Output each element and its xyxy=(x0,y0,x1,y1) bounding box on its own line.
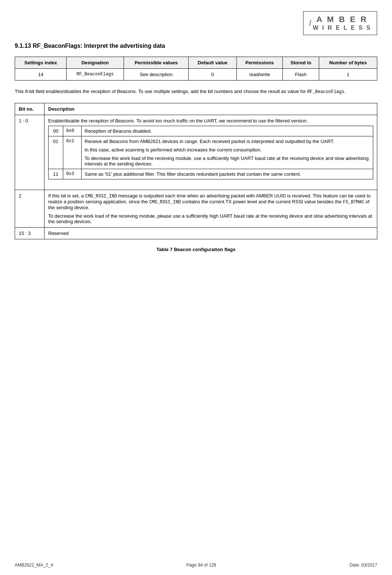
sub-desc-01-p2: In this case, active scanning is perform… xyxy=(85,147,370,153)
sub-desc-01-p1: Receive all Beacons from AMB2621 devices… xyxy=(85,139,370,144)
sub-val1-11: 11 xyxy=(49,169,63,179)
section-title: 9.1.13 RF_BeaconFlags: Interpret the adv… xyxy=(15,43,377,49)
table-row: 00 0x0 Reception of Beacons disabled. xyxy=(49,126,373,136)
bit-no-2: 2 xyxy=(15,190,44,227)
code-cmd-rssi-ind-2: CMD_RSSI_IND xyxy=(149,200,181,205)
table-row: 2 If this bit is set, a CMD_RSSI_IND mes… xyxy=(15,190,377,227)
col-header-default: Default value xyxy=(189,57,236,68)
col-header-stored: Stored in xyxy=(283,57,319,68)
footer-center: Page 94 of 128 xyxy=(186,562,216,568)
col-header-permissible: Permissible values xyxy=(124,57,189,68)
col-header-bytes: Number of bytes xyxy=(319,57,377,68)
sub-desc-01: Receive all Beacons from AMB2621 devices… xyxy=(82,136,373,169)
bit-desc-2-p1: If this bit is set, a CMD_RSSI_IND messa… xyxy=(48,193,373,210)
main-settings-table: Settings index Designation Permissible v… xyxy=(15,57,377,81)
table-caption: Table 7 Beacon configuration flags xyxy=(15,247,377,252)
bit-desc-text-1to0: Enable/disable the reception of Beacons.… xyxy=(48,118,373,124)
logo-area: / A M B E R W I R E L E S S xyxy=(15,7,377,43)
sub-val1-01: 01 xyxy=(49,136,63,169)
bit-desc-1to0: Enable/disable the reception of Beacons.… xyxy=(44,115,377,190)
logo: / A M B E R W I R E L E S S xyxy=(303,11,377,35)
table-row: 1 : 0 Enable/disable the reception of Be… xyxy=(15,115,377,190)
logo-wireless: W I R E L E S S xyxy=(313,24,371,31)
bit-no-1to0: 1 : 0 xyxy=(15,115,44,190)
sub-desc-00: Reception of Beacons disabled. xyxy=(82,126,373,136)
description-paragraph: This 8-bit field enables/disables the re… xyxy=(15,88,377,96)
desc-code1: RF_BeaconFlags xyxy=(307,89,344,94)
sub-table-1to0: 00 0x0 Reception of Beacons disabled. 01… xyxy=(48,126,373,179)
cell-bytes: 1 xyxy=(319,68,377,80)
bit-desc-2: If this bit is set, a CMD_RSSI_IND messa… xyxy=(44,190,377,227)
bit-col-header-desc: Description xyxy=(44,103,377,115)
code-cmd-rssi-ind-1: CMD_RSSI_IND xyxy=(85,194,117,199)
footer-left: AMB2621_MA_2_4 xyxy=(15,562,53,568)
table-row: 14 RF_BeaconFlags See description 0 read… xyxy=(15,68,377,80)
cell-stored: Flash xyxy=(283,68,319,80)
sub-val2-0x3: 0x3 xyxy=(63,169,82,179)
logo-slash: / xyxy=(309,18,311,28)
desc-text1: This 8-bit field enables/disables the re… xyxy=(15,89,307,94)
cell-designation: RF_BeaconFlags xyxy=(67,68,124,80)
table-row: 15 : 3 Reserved xyxy=(15,227,377,239)
cell-index: 14 xyxy=(15,68,67,80)
sub-val2-0x0: 0x0 xyxy=(63,126,82,136)
sub-desc-11: Same as '01' plus additional filter. Thi… xyxy=(82,169,373,179)
cell-default: 0 xyxy=(189,68,236,80)
sub-desc-01-p3: To decrease the work load of the receivi… xyxy=(85,156,370,167)
code-fs-btmac: FS_BTMAC xyxy=(343,200,364,205)
desc-text2: . xyxy=(344,89,346,94)
footer: AMB2621_MA_2_4 Page 94 of 128 Date: 03/2… xyxy=(0,562,392,568)
col-header-permissions: Permissions xyxy=(236,57,283,68)
cell-permissible: See description xyxy=(124,68,189,80)
cell-permissions: read/write xyxy=(236,68,283,80)
col-header-designation: Designation xyxy=(67,57,124,68)
logo-amber: A M B E R xyxy=(313,15,371,24)
bit-table: Bit no. Description 1 : 0 Enable/disable… xyxy=(15,103,377,239)
bit-no-15to3: 15 : 3 xyxy=(15,227,44,239)
bit-desc-reserved: Reserved xyxy=(44,227,377,239)
sub-val1-00: 00 xyxy=(49,126,63,136)
bit-col-header-bitno: Bit no. xyxy=(15,103,44,115)
bit-desc-2-p2: To decrease the work load of the receivi… xyxy=(48,213,373,224)
table-row: 11 0x3 Same as '01' plus additional filt… xyxy=(49,169,373,179)
table-row: 01 0x1 Receive all Beacons from AMB2621 … xyxy=(49,136,373,169)
footer-right: Date: 03/2017 xyxy=(350,562,377,568)
sub-val2-0x1: 0x1 xyxy=(63,136,82,169)
col-header-settings-index: Settings index xyxy=(15,57,67,68)
